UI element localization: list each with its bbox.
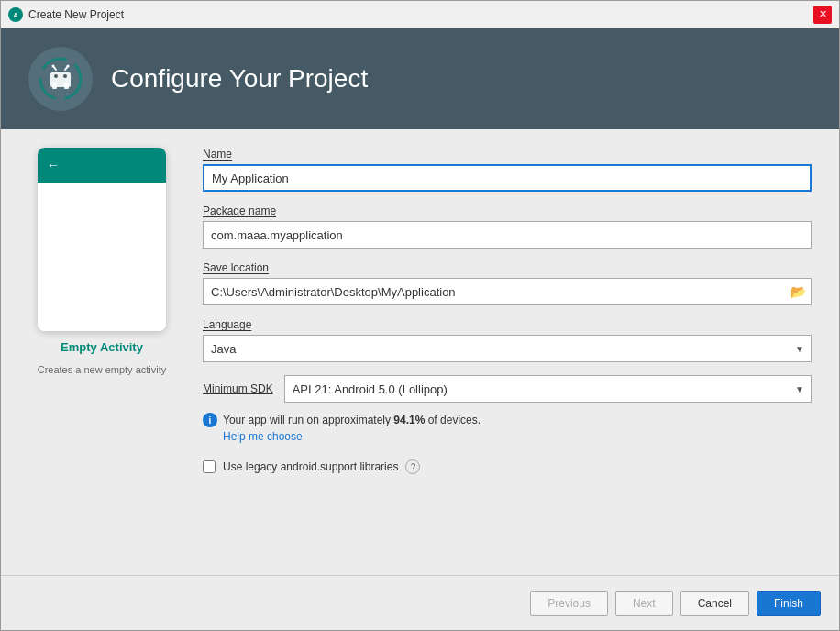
svg-rect-7 (64, 83, 69, 89)
name-input[interactable] (203, 164, 812, 192)
svg-point-4 (54, 74, 58, 78)
legacy-checkbox[interactable] (203, 460, 216, 473)
language-group: Language Java Kotlin ▼ (203, 318, 812, 362)
phone-preview-body (38, 183, 166, 331)
title-bar: A Create New Project ✕ (1, 1, 839, 28)
min-sdk-row: Minimum SDK API 21: Android 5.0 (Lollipo… (203, 375, 812, 403)
min-sdk-select[interactable]: API 21: Android 5.0 (Lollipop) API 22: A… (284, 375, 812, 403)
legacy-help-icon[interactable]: ? (405, 459, 420, 474)
name-label: Name (203, 148, 812, 161)
app-icon: A (8, 7, 23, 22)
save-location-group: Save location 📂 (203, 261, 812, 305)
save-location-input[interactable] (203, 278, 812, 305)
min-sdk-label: Minimum SDK (203, 382, 273, 395)
header: Configure Your Project (1, 28, 839, 129)
save-location-input-wrapper: 📂 (203, 278, 812, 305)
activity-name-label: Empty Activity (61, 340, 143, 354)
svg-rect-6 (52, 83, 57, 89)
save-location-label: Save location (203, 261, 812, 274)
svg-point-10 (52, 65, 55, 68)
language-select[interactable]: Java Kotlin (203, 335, 812, 362)
min-sdk-select-wrapper: API 21: Android 5.0 (Lollipop) API 22: A… (284, 375, 812, 403)
device-info-row: i Your app will run on approximately 94.… (203, 412, 812, 443)
title-bar-left: A Create New Project (8, 7, 124, 22)
activity-description: Creates a new empty activity (38, 363, 167, 377)
name-group: Name (203, 148, 812, 192)
language-label: Language (203, 318, 812, 331)
cancel-button[interactable]: Cancel (680, 591, 749, 616)
package-group: Package name (203, 205, 812, 249)
svg-text:A: A (13, 12, 17, 18)
window-title: Create New Project (28, 8, 124, 21)
phone-back-arrow: ← (47, 158, 60, 172)
device-info-text: Your app will run on approximately 94.1%… (223, 412, 481, 443)
close-button[interactable]: ✕ (813, 6, 832, 24)
info-text-suffix: of devices. (425, 414, 481, 426)
legacy-checkbox-label: Use legacy android.support libraries (223, 460, 398, 473)
package-label: Package name (203, 205, 812, 217)
footer: Previous Next Cancel Finish (1, 575, 839, 630)
phone-preview-header: ← (38, 148, 166, 183)
package-input[interactable] (203, 221, 812, 249)
preview-panel: ← Empty Activity Creates a new empty act… (28, 148, 175, 557)
main-window: A Create New Project ✕ (0, 0, 840, 631)
content-area: ← Empty Activity Creates a new empty act… (1, 129, 839, 575)
language-select-wrapper: Java Kotlin ▼ (203, 335, 812, 362)
finish-button[interactable]: Finish (757, 591, 821, 616)
svg-point-5 (63, 74, 67, 78)
android-logo (28, 47, 93, 111)
info-percent: 94.1% (393, 414, 425, 426)
folder-icon[interactable]: 📂 (790, 284, 806, 299)
svg-point-11 (67, 65, 70, 68)
legacy-checkbox-row: Use legacy android.support libraries ? (203, 459, 812, 474)
previous-button[interactable]: Previous (530, 591, 608, 616)
header-title: Configure Your Project (111, 64, 368, 94)
info-icon: i (203, 413, 217, 427)
phone-preview: ← (38, 148, 166, 331)
help-me-choose-link[interactable]: Help me choose (223, 430, 481, 443)
info-text-prefix: Your app will run on approximately (223, 414, 393, 426)
form-panel: Name Package name Save location 📂 Langua… (203, 148, 812, 557)
next-button[interactable]: Next (615, 591, 673, 616)
